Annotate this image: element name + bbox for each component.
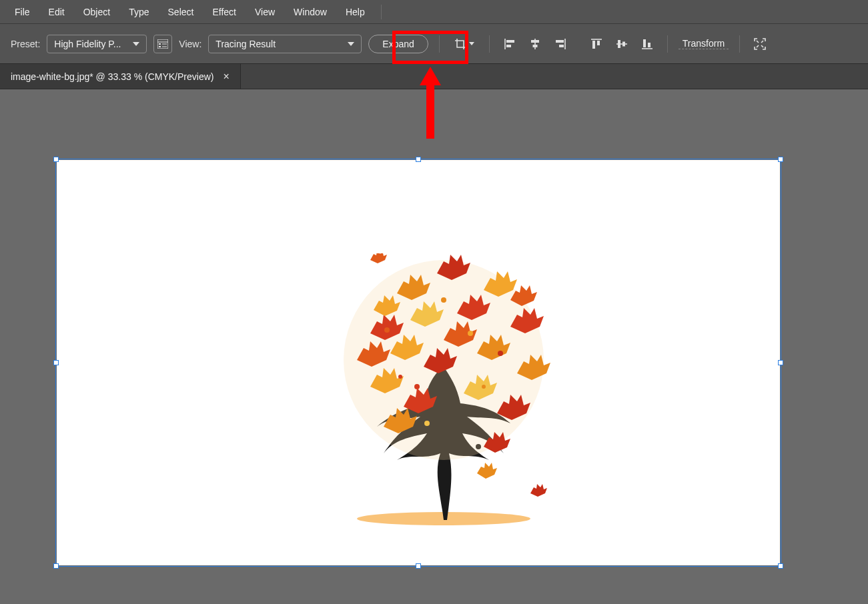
align-right-button[interactable] [551, 35, 570, 53]
chevron-down-icon [348, 42, 354, 46]
document-tabbar: image-white-bg.jpg* @ 33.33 % (CMYK/Prev… [0, 64, 868, 89]
align-vcenter-icon [616, 38, 628, 50]
align-bottom-icon [641, 38, 653, 50]
view-value: Tracing Result [215, 39, 276, 49]
selection-handle-top-right[interactable] [778, 157, 783, 162]
options-divider [739, 35, 740, 53]
expand-button-label: Expand [382, 39, 414, 49]
menu-view[interactable]: View [246, 3, 284, 21]
isolate-selected-button[interactable] [751, 35, 769, 53]
align-right-icon [554, 38, 566, 50]
selection-handle-top-middle[interactable] [416, 157, 421, 162]
isolate-icon [753, 37, 767, 51]
preset-value: High Fidelity P... [54, 39, 121, 49]
options-bar: Preset: High Fidelity P... View: Tracing… [0, 24, 868, 64]
svg-rect-8 [506, 45, 511, 47]
menu-help[interactable]: Help [336, 3, 374, 21]
svg-rect-14 [559, 45, 564, 47]
crop-image-button[interactable] [450, 35, 478, 53]
menu-type[interactable]: Type [119, 3, 158, 21]
tracing-options-panel-button[interactable] [153, 35, 172, 53]
menu-effect[interactable]: Effect [203, 3, 246, 21]
menu-object[interactable]: Object [74, 3, 119, 21]
align-left-icon [504, 38, 516, 50]
menu-edit[interactable]: Edit [39, 3, 74, 21]
svg-rect-7 [506, 40, 514, 43]
expand-button[interactable]: Expand [368, 35, 428, 53]
chevron-down-icon [133, 42, 139, 46]
svg-rect-4 [159, 46, 161, 47]
document-tab[interactable]: image-white-bg.jpg* @ 33.33 % (CMYK/Prev… [0, 64, 241, 89]
selection-handle-bottom-middle[interactable] [416, 563, 421, 569]
view-label: View: [179, 39, 201, 49]
options-divider [439, 35, 440, 53]
document-tab-title: image-white-bg.jpg* @ 33.33 % (CMYK/Prev… [11, 71, 213, 82]
menu-select[interactable]: Select [159, 3, 203, 21]
selection-handle-bottom-right[interactable] [778, 563, 783, 569]
panel-icon [157, 39, 168, 49]
menu-divider [381, 5, 382, 19]
view-dropdown[interactable]: Tracing Result [208, 35, 362, 53]
svg-rect-13 [556, 40, 564, 43]
preset-label: Preset: [11, 39, 40, 49]
options-divider [667, 35, 668, 53]
crop-icon [454, 38, 466, 50]
svg-rect-23 [648, 43, 650, 47]
selection-handle-top-left[interactable] [53, 157, 59, 162]
svg-rect-22 [643, 39, 646, 47]
transform-link[interactable]: Transform [679, 38, 729, 49]
align-hcenter-icon [529, 38, 541, 50]
selection-handle-middle-right[interactable] [778, 360, 783, 365]
svg-rect-11 [532, 45, 537, 47]
svg-rect-20 [622, 41, 625, 46]
menu-window[interactable]: Window [284, 3, 336, 21]
selection-bounding-box[interactable] [55, 159, 781, 567]
svg-rect-16 [592, 41, 595, 49]
svg-rect-2 [159, 43, 161, 45]
svg-rect-10 [531, 40, 539, 43]
align-top-icon [590, 38, 602, 50]
align-top-button[interactable] [587, 35, 606, 53]
preset-dropdown[interactable]: High Fidelity P... [47, 35, 147, 53]
selection-handle-bottom-left[interactable] [53, 563, 59, 569]
close-tab-icon[interactable]: × [223, 71, 229, 82]
svg-rect-19 [618, 40, 620, 48]
align-left-button[interactable] [500, 35, 519, 53]
align-bottom-button[interactable] [638, 35, 657, 53]
menu-file[interactable]: File [5, 3, 39, 21]
selection-handle-middle-left[interactable] [53, 360, 59, 365]
align-horizontal-center-button[interactable] [526, 35, 544, 53]
align-vertical-center-button[interactable] [612, 35, 631, 53]
options-divider [489, 35, 490, 53]
svg-rect-17 [597, 41, 600, 45]
chevron-down-icon [469, 42, 474, 45]
main-menubar: File Edit Object Type Select Effect View… [0, 0, 868, 24]
